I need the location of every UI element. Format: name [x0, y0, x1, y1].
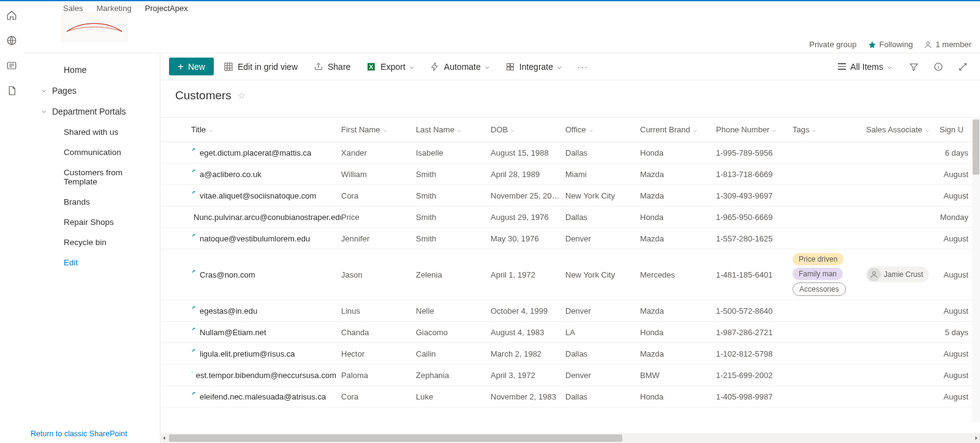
nav-brands[interactable]: Brands — [23, 192, 160, 212]
cell-first-name: Xander — [341, 148, 416, 157]
cell-office: New York City — [565, 270, 640, 279]
export-button[interactable]: Export⌵ — [360, 59, 420, 75]
col-sign-up[interactable]: Sign U — [940, 125, 973, 134]
cell-first-name: Jennifer — [341, 234, 416, 243]
svg-rect-5 — [507, 63, 510, 66]
link-icon — [191, 349, 197, 355]
cell-title: Nullam@Etiam.net — [191, 328, 341, 337]
nav-recycle-bin[interactable]: Recycle bin — [23, 232, 160, 252]
tag-family-man[interactable]: Family man — [793, 268, 843, 280]
table-row[interactable]: ligula.elit.pretium@risus.caHectorCailin… — [160, 343, 980, 365]
person-chip[interactable]: Jamie Crust — [866, 267, 929, 282]
nav-home[interactable]: Home — [23, 59, 160, 80]
integrate-button[interactable]: Integrate⌵ — [499, 59, 568, 75]
cell-last-name: Giacomo — [416, 328, 491, 337]
table-row[interactable]: eleifend.nec.malesuada@atrisus.caCoraLuk… — [160, 386, 980, 407]
app-shell: Sales Marketing ProjectApex Private grou… — [0, 1, 980, 443]
col-first-name[interactable]: First Name⌵ — [341, 125, 416, 134]
cell-sign-up: August — [940, 234, 973, 243]
link-icon — [191, 371, 194, 376]
more-button[interactable]: ··· — [571, 59, 595, 75]
vertical-scrollbar[interactable] — [972, 117, 980, 422]
scroll-right-icon[interactable] — [973, 434, 980, 442]
favorite-icon[interactable]: ☆ — [238, 91, 246, 100]
left-nav: Home Pages Department Portals Shared wit… — [23, 53, 160, 443]
tag-price-driven[interactable]: Price driven — [793, 253, 843, 265]
cell-office: LA — [565, 328, 640, 337]
nav-communication[interactable]: Communication — [23, 142, 160, 162]
cell-sign-up: 6 days — [940, 148, 973, 157]
excel-icon — [366, 62, 376, 72]
list-area: Customers ☆ Title⌵ First Name⌵ Last Name… — [160, 80, 980, 443]
new-label: New — [188, 62, 205, 72]
table-row[interactable]: Nullam@Etiam.netChandaGiacomoAugust 4, 1… — [160, 322, 980, 343]
nav-repair-shops[interactable]: Repair Shops — [23, 212, 160, 232]
home-icon[interactable] — [6, 10, 17, 23]
col-phone[interactable]: Phone Number⌵ — [716, 125, 793, 134]
site-logo[interactable] — [61, 12, 127, 42]
cell-phone: 1-481-185-6401 — [716, 270, 793, 279]
grid-icon — [224, 62, 233, 72]
cell-first-name: Price — [341, 213, 416, 222]
follow-button[interactable]: Following — [868, 40, 913, 49]
col-current-brand[interactable]: Current Brand⌵ — [640, 125, 716, 134]
cell-first-name: Hector — [341, 349, 416, 358]
col-sales-associate[interactable]: Sales Associate⌵ — [866, 125, 940, 134]
scrollbar-thumb[interactable] — [973, 119, 979, 175]
nav-pages[interactable]: Pages — [23, 80, 160, 101]
nav-customers-template[interactable]: Customers from Template — [23, 162, 160, 192]
nav-link-marketing[interactable]: Marketing — [97, 4, 132, 13]
scroll-left-icon[interactable] — [160, 434, 168, 442]
export-label: Export — [380, 62, 405, 72]
nav-pages-label: Pages — [52, 86, 77, 96]
grid-wrap: Title⌵ First Name⌵ Last Name⌵ DOB⌵ Offic… — [160, 117, 980, 432]
automate-button[interactable]: Automate⌵ — [424, 59, 496, 75]
scrollbar-thumb[interactable] — [169, 434, 622, 442]
table-row[interactable]: eget.dictum.placerat@mattis.caXanderIsab… — [160, 142, 980, 164]
info-button[interactable] — [930, 62, 947, 72]
col-last-name[interactable]: Last Name⌵ — [416, 125, 491, 134]
news-icon[interactable] — [6, 60, 17, 73]
col-dob[interactable]: DOB⌵ — [491, 125, 565, 134]
cell-title: natoque@vestibulumlorem.edu — [191, 234, 341, 243]
cell-brand: Honda — [640, 392, 716, 401]
table-row[interactable]: a@aclibero.co.ukWilliamSmithApril 28, 19… — [160, 164, 980, 185]
col-tags[interactable]: Tags⌵ — [793, 123, 866, 137]
horizontal-scrollbar[interactable] — [160, 433, 980, 443]
cell-title: ligula.elit.pretium@risus.ca — [191, 349, 341, 358]
share-button[interactable]: Share — [307, 59, 356, 75]
table-row[interactable]: egestas@in.eduLinusNelleOctober 4, 1999D… — [160, 300, 980, 322]
col-office[interactable]: Office⌵ — [565, 125, 640, 134]
new-button[interactable]: +New — [169, 58, 214, 75]
globe-icon[interactable] — [6, 35, 17, 48]
cell-sign-up: August — [940, 191, 973, 200]
members-button[interactable]: 1 member — [924, 40, 971, 49]
cell-title: est.tempor.bibendum@neccursusa.com — [191, 371, 341, 380]
nav-link-sales[interactable]: Sales — [63, 4, 83, 13]
cell-last-name: Smith — [416, 213, 491, 222]
cell-dob: August 15, 1988 — [491, 148, 565, 157]
cell-tags: Price drivenFamily manAccessories — [793, 251, 866, 298]
nav-link-projectapex[interactable]: ProjectApex — [145, 4, 188, 13]
filter-button[interactable] — [905, 62, 922, 72]
link-icon — [191, 270, 197, 276]
view-selector[interactable]: All Items⌵ — [832, 59, 898, 75]
table-row[interactable]: Cras@non.comJasonZeleniaApril 1, 1972New… — [160, 249, 980, 300]
table-row[interactable]: vitae.aliquet@sociisnatoque.comCoraSmith… — [160, 185, 980, 206]
nav-department-portals[interactable]: Department Portals — [23, 101, 160, 122]
nav-edit[interactable]: Edit — [23, 252, 160, 273]
integrate-icon — [505, 62, 515, 72]
nav-shared-with-us[interactable]: Shared with us — [23, 122, 160, 142]
table-row[interactable]: Nunc.pulvinar.arcu@conubianostraper.eduP… — [160, 206, 980, 228]
tag-accessories[interactable]: Accessories — [793, 282, 846, 296]
edit-grid-button[interactable]: Edit in grid view — [217, 59, 304, 75]
return-classic-link[interactable]: Return to classic SharePoint — [31, 430, 127, 438]
expand-button[interactable] — [954, 62, 971, 72]
col-title[interactable]: Title⌵ — [191, 125, 341, 134]
table-row[interactable]: est.tempor.bibendum@neccursusa.comPaloma… — [160, 365, 980, 386]
file-icon[interactable] — [6, 85, 17, 98]
cell-last-name: Nelle — [416, 306, 491, 316]
cell-dob: May 30, 1976 — [491, 234, 565, 243]
table-row[interactable]: natoque@vestibulumlorem.eduJenniferSmith… — [160, 228, 980, 249]
chevron-down-icon: ⌵ — [485, 62, 489, 70]
